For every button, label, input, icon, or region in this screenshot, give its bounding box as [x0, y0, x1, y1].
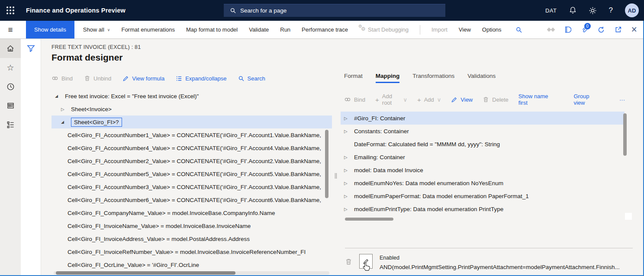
show-name-first-toggle[interactable]: Show name first [518, 93, 555, 106]
tree-row[interactable]: Cell<Giro_FI_InvoiceRefNumber_Value> = m… [52, 245, 332, 258]
expand-collapse-button[interactable]: Expand/collapse [176, 75, 226, 82]
tree-row[interactable]: Cell<Giro_FI_AccountNumber3_Value> = CON… [52, 180, 332, 193]
tree-row[interactable]: ▷ Sheet<Invoice> [52, 103, 332, 116]
menu-divider [420, 25, 420, 35]
more-options-icon[interactable]: ··· [619, 96, 625, 103]
mapping-vertical-scrollbar[interactable] [623, 113, 627, 156]
expander-icon[interactable]: ▷ [344, 155, 354, 160]
app-launcher-icon[interactable] [0, 0, 21, 21]
tree-row[interactable]: Cell<Giro_FI_AccountNumber6_Value> = CON… [52, 193, 332, 206]
hamburger-icon[interactable]: ≡ [0, 25, 21, 35]
tab-transformations[interactable]: Transformations [412, 73, 454, 83]
expander-icon[interactable]: ▷ [344, 168, 354, 173]
tree-row[interactable]: DateFormat: Calculated field = "MMMM dd,… [341, 138, 625, 151]
avatar[interactable]: AD [625, 3, 639, 17]
page-content: FREE TEXT INVOICE (EXCEL) : 81 Format de… [41, 39, 644, 276]
filter-funnel-icon[interactable] [26, 44, 35, 53]
nav-favorites[interactable]: ☆ [0, 58, 21, 77]
help-icon[interactable]: ? [609, 6, 613, 15]
close-icon[interactable]: × [631, 25, 637, 35]
options-menu[interactable]: Options [482, 26, 502, 33]
detail-edit-button[interactable] [359, 254, 373, 269]
view-menu[interactable]: View [459, 26, 471, 33]
tree-row-label: Cell<Giro_FI_OcrLine_Value> = '#Giro_FI'… [68, 262, 199, 268]
expander-icon[interactable]: ◢ [61, 120, 71, 124]
designer-horizontal-scrollbar[interactable] [54, 271, 329, 275]
designer-search-button[interactable]: Search [238, 75, 265, 82]
scrollbar-thumb[interactable] [56, 271, 235, 275]
mapping-delete-button[interactable]: Delete [483, 96, 509, 103]
tree-row[interactable]: ▷ modelEnumPrintType: Data model enumera… [341, 202, 625, 215]
nav-home[interactable] [0, 39, 21, 58]
book-icon[interactable] [564, 26, 571, 33]
paperclip-icon[interactable]: 0 [581, 26, 588, 33]
expander-icon[interactable]: ▷ [344, 116, 354, 121]
tab-format[interactable]: Format [344, 73, 363, 83]
tree-row[interactable]: Cell<Giro_FI_AccountNumber1_Value> = CON… [52, 128, 332, 141]
nav-workspaces[interactable] [0, 96, 21, 115]
expander-icon[interactable]: ▷ [344, 207, 354, 212]
start-debugging-menu[interactable]: ⚙⚙Start Debugging [359, 26, 409, 33]
mapping-horizontal-scrollbar[interactable] [345, 218, 393, 221]
add-button[interactable]: +Add∨ [417, 96, 441, 103]
expander-icon[interactable]: ◢ [55, 94, 64, 98]
validate-menu[interactable]: Validate [249, 26, 269, 33]
bell-icon[interactable] [569, 6, 576, 14]
tree-row[interactable]: ◢ Sheet<Giro_FI>? [52, 116, 332, 128]
nav-recent[interactable] [0, 77, 21, 96]
import-menu[interactable]: Import [431, 26, 448, 33]
double-diamond-icon[interactable] [547, 28, 554, 31]
environment-badge[interactable]: DAT [545, 7, 557, 14]
tree-row[interactable]: ▷ model: Data model Invoice [341, 164, 625, 177]
tree-row[interactable]: Cell<Giro_FI_AccountNumber2_Value> = CON… [52, 154, 332, 167]
list-icon [176, 75, 182, 82]
detail-delete-icon[interactable] [345, 258, 352, 266]
tree-row[interactable]: Cell<Giro_FI_InvoiceName_Value> = model.… [52, 219, 332, 232]
mapping-bind-button[interactable]: Bind [344, 96, 365, 103]
tab-validations[interactable]: Validations [467, 73, 496, 83]
tree-row[interactable]: ▷ #Giro_FI: Container [341, 112, 625, 125]
expander-icon[interactable]: ▷ [344, 129, 354, 134]
home-icon [6, 44, 15, 53]
tree-row[interactable]: ▷ Constants: Container [341, 125, 625, 138]
tree-row[interactable]: Cell<Giro_FI_InvoiceAddress_Value> = mod… [52, 232, 332, 245]
tree-row[interactable]: Cell<Giro_FI_OcrLine_Value> = '#Giro_FI'… [52, 258, 332, 271]
map-format-to-model-menu[interactable]: Map format to model [186, 26, 238, 33]
tree-row[interactable]: Cell<Giro_FI_AccountNumber5_Value> = CON… [52, 167, 332, 180]
nav-modules[interactable] [0, 115, 21, 134]
command-search-icon[interactable] [515, 26, 522, 33]
page-search-input[interactable]: Search for a page [224, 4, 445, 17]
performance-trace-menu[interactable]: Performance trace [302, 26, 348, 33]
tree-row[interactable]: ▷ modelEnumNoYes: Data model enumeration… [341, 177, 625, 189]
open-new-window-icon[interactable] [615, 26, 622, 33]
tree-row-label: Emailing: Container [354, 154, 405, 160]
mapping-view-button[interactable]: View [451, 96, 473, 103]
view-formula-button[interactable]: View formula [122, 75, 164, 82]
record-caption: FREE TEXT INVOICE (EXCEL) : 81 [52, 44, 141, 50]
tree-row[interactable]: ▷ Emailing: Container [341, 151, 625, 164]
expander-icon[interactable]: ▷ [344, 194, 354, 199]
refresh-icon[interactable] [597, 26, 605, 34]
tree-row-label: Cell<Giro_FI_AccountNumber4_Value> = CON… [68, 145, 321, 151]
expander-icon[interactable]: ▷ [344, 181, 354, 186]
show-all-menu[interactable]: Show all∨ [83, 26, 110, 33]
tree-row[interactable]: ◢ Free text invoice: Excel = "Free text … [52, 90, 332, 103]
tree-row[interactable]: Cell<Giro_FI_CompanyName_Value> = model.… [52, 206, 332, 219]
show-details-button[interactable]: Show details [26, 21, 74, 39]
splitter-handle-icon[interactable] [335, 173, 337, 179]
run-menu[interactable]: Run [280, 26, 290, 33]
tree-row[interactable]: ▷ modelEnumPaperFormat: Data model enume… [341, 189, 625, 202]
format-enumerations-menu[interactable]: Format enumerations [121, 26, 175, 33]
gear-icon[interactable] [589, 6, 597, 15]
tab-mapping[interactable]: Mapping [376, 73, 400, 83]
add-root-button[interactable]: +Add root∨ [375, 93, 407, 106]
designer-vertical-scrollbar[interactable] [325, 130, 328, 198]
link-icon [52, 75, 58, 82]
pane-splitter[interactable] [332, 73, 341, 276]
expander-icon[interactable]: ▷ [61, 107, 71, 112]
bind-button[interactable]: Bind [52, 75, 73, 82]
scrollbar-corner [625, 213, 632, 220]
group-view-toggle[interactable]: Group view [573, 93, 599, 106]
unbind-button[interactable]: Unbind [84, 75, 111, 82]
tree-row[interactable]: Cell<Giro_FI_AccountNumber4_Value> = CON… [52, 141, 332, 154]
